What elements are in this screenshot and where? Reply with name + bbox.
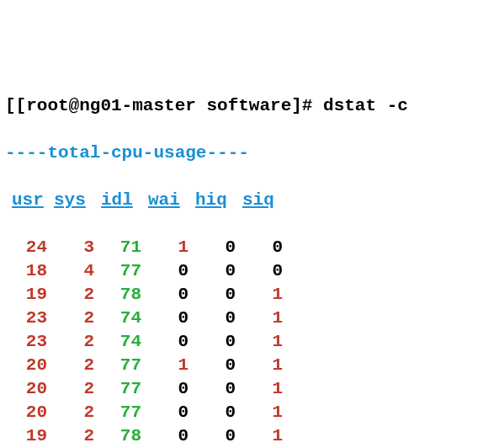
cell-idl: 77 [94, 354, 141, 377]
table-row: 20277001 [5, 401, 494, 424]
cell-wai: 1 [141, 236, 188, 259]
cell-hiq: 0 [188, 354, 236, 377]
command-prompt: [[root@ng01-master software]# dstat -c [5, 94, 494, 118]
cell-sys: 2 [47, 283, 94, 307]
col-idl: idl [94, 189, 141, 212]
col-hiq: hiq [188, 189, 236, 212]
cell-wai: 1 [141, 354, 188, 377]
cell-idl: 77 [94, 401, 141, 424]
cell-idl: 77 [94, 259, 141, 283]
cell-siq: 1 [236, 354, 283, 377]
cell-hiq: 0 [188, 424, 236, 448]
cell-siq: 0 [236, 236, 283, 259]
col-wai: wai [141, 189, 188, 212]
cell-wai: 0 [141, 259, 188, 283]
cell-usr: 18 [5, 259, 47, 283]
data-rows: 2437110018477000192780012327400123274001… [5, 236, 494, 448]
cell-usr: 24 [5, 236, 47, 259]
cell-siq: 1 [236, 377, 283, 401]
col-usr: usr [5, 189, 47, 212]
cell-idl: 78 [94, 424, 141, 448]
cell-hiq: 0 [188, 259, 236, 283]
cell-siq: 1 [236, 401, 283, 424]
cell-sys: 2 [47, 424, 94, 448]
cell-idl: 78 [94, 283, 141, 307]
cell-usr: 19 [5, 283, 47, 307]
table-row: 20277001 [5, 377, 494, 401]
cell-wai: 0 [141, 283, 188, 307]
cell-hiq: 0 [188, 283, 236, 307]
cell-usr: 23 [5, 307, 47, 330]
cell-sys: 4 [47, 259, 94, 283]
col-sys: sys [47, 189, 94, 212]
cell-siq: 1 [236, 307, 283, 330]
cell-sys: 3 [47, 236, 94, 259]
table-row: 23274001 [5, 330, 494, 354]
cell-sys: 2 [47, 307, 94, 330]
column-headers: usrsysidlwaihiqsiq [5, 189, 494, 212]
cell-idl: 71 [94, 236, 141, 259]
cpu-header-dashes: ----total-cpu-usage---- [5, 141, 494, 165]
cell-wai: 0 [141, 377, 188, 401]
cell-wai: 0 [141, 307, 188, 330]
cell-hiq: 0 [188, 330, 236, 354]
table-row: 24371100 [5, 236, 494, 259]
cell-idl: 74 [94, 330, 141, 354]
cell-sys: 2 [47, 330, 94, 354]
cell-wai: 0 [141, 401, 188, 424]
cell-sys: 2 [47, 354, 94, 377]
cell-usr: 23 [5, 330, 47, 354]
cell-usr: 20 [5, 401, 47, 424]
cell-idl: 74 [94, 307, 141, 330]
cell-hiq: 0 [188, 401, 236, 424]
cell-sys: 2 [47, 377, 94, 401]
cell-wai: 0 [141, 330, 188, 354]
cell-hiq: 0 [188, 236, 236, 259]
cell-usr: 20 [5, 354, 47, 377]
cell-usr: 19 [5, 424, 47, 448]
cell-siq: 1 [236, 424, 283, 448]
col-siq: siq [236, 189, 283, 212]
cell-siq: 0 [236, 259, 283, 283]
table-row: 23274001 [5, 307, 494, 330]
cell-hiq: 0 [188, 307, 236, 330]
table-row: 19278001 [5, 283, 494, 307]
cell-usr: 20 [5, 377, 47, 401]
cell-siq: 1 [236, 283, 283, 307]
table-row: 20277101 [5, 354, 494, 377]
table-row: 19278001 [5, 424, 494, 448]
cell-wai: 0 [141, 424, 188, 448]
cell-hiq: 0 [188, 377, 236, 401]
table-row: 18477000 [5, 259, 494, 283]
cell-sys: 2 [47, 401, 94, 424]
cell-siq: 1 [236, 330, 283, 354]
cell-idl: 77 [94, 377, 141, 401]
